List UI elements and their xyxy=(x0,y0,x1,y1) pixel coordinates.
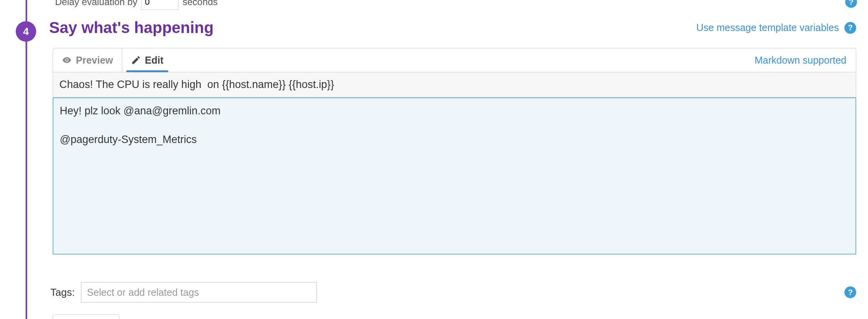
section-header: Say what's happening Use message templat… xyxy=(49,19,856,37)
markdown-supported-link[interactable]: Markdown supported xyxy=(755,55,856,66)
delay-label-suffix: seconds xyxy=(182,0,217,7)
editor-tabs: Preview Edit Markdown supported xyxy=(53,48,856,72)
delay-label-prefix: Delay evaluation by xyxy=(55,0,137,7)
help-icon[interactable]: ? xyxy=(844,286,856,298)
tags-row: Tags: ? xyxy=(50,282,856,302)
tab-preview[interactable]: Preview xyxy=(53,48,122,72)
step-number: 4 xyxy=(23,26,29,38)
step-timeline-line xyxy=(26,0,27,319)
step-number-badge: 4 xyxy=(16,21,36,42)
delay-help-icon-container: ? xyxy=(845,0,857,8)
eye-icon xyxy=(62,55,72,65)
tags-help-container: ? xyxy=(844,286,856,298)
help-icon[interactable]: ? xyxy=(844,22,856,34)
tab-edit[interactable]: Edit xyxy=(122,48,172,72)
help-icon[interactable]: ? xyxy=(845,0,857,8)
partial-element-bottom xyxy=(53,314,120,319)
delay-evaluation-row: Delay evaluation by seconds xyxy=(55,0,218,10)
section-title: Say what's happening xyxy=(49,19,213,37)
delay-seconds-input[interactable] xyxy=(141,0,178,10)
template-variables-label: Use message template variables xyxy=(696,22,839,33)
template-variables-link[interactable]: Use message template variables ? xyxy=(696,22,856,34)
tab-edit-label: Edit xyxy=(145,55,164,66)
message-editor: Preview Edit Markdown supported xyxy=(53,48,856,256)
tags-label: Tags: xyxy=(50,286,75,299)
message-body-textarea[interactable] xyxy=(53,97,856,255)
pencil-icon xyxy=(131,55,141,65)
tags-input[interactable] xyxy=(81,282,317,302)
tab-preview-label: Preview xyxy=(76,55,113,66)
message-subject-input[interactable] xyxy=(53,72,856,97)
